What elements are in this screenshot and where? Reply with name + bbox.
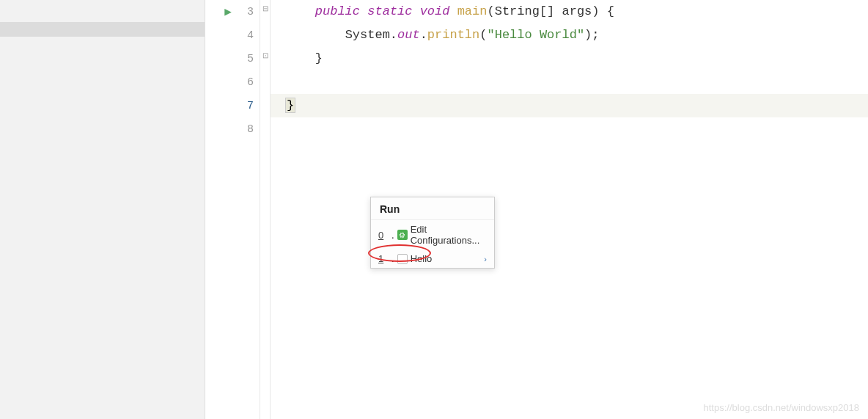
chevron-right-icon: › [484,255,487,263]
popup-title: Run [371,197,494,220]
gutter-line-4[interactable]: 4 [205,23,260,47]
popup-item-label: Edit Configurations... [411,224,487,246]
app-icon [397,254,408,264]
run-popup: Run 0. ⚙ Edit Configurations... 1. Hello… [370,197,495,269]
fold-column: ⊟ ⊡ [260,0,271,419]
fold-open-icon[interactable]: ⊟ [262,4,269,12]
code-line-3[interactable]: public static void main(String[] args) { [271,0,868,23]
popup-item-num: 1 [378,253,389,264]
gutter-line-5[interactable]: 5 [205,47,260,70]
popup-item-label: Hello [411,253,482,264]
gutter-line-8[interactable]: 8 [205,117,260,141]
code-line-8[interactable] [271,117,868,141]
sidebar-selected-item[interactable] [0,22,205,37]
project-sidebar[interactable] [0,0,205,419]
code-line-6[interactable] [271,70,868,94]
popup-item-hello[interactable]: 1. Hello › [371,249,494,268]
line-number-gutter: ▶ 3 4 5 6 7 8 [205,0,260,419]
code-line-4[interactable]: System.out.println("Hello World"); [271,23,868,47]
line-number: 8 [247,123,254,136]
popup-item-num: 0 [378,230,389,241]
gear-icon: ⚙ [397,230,408,240]
code-editor[interactable]: public static void main(String[] args) {… [271,0,868,419]
popup-item-edit-configurations[interactable]: 0. ⚙ Edit Configurations... [371,220,494,249]
line-number: 7 [247,100,254,112]
line-number: 4 [247,29,254,42]
line-number: 3 [247,6,254,18]
run-gutter-icon[interactable]: ▶ [224,4,232,19]
caret-position: } [285,98,295,113]
code-line-7[interactable]: } [271,94,868,117]
fold-close-icon[interactable]: ⊡ [262,51,269,59]
gutter-line-3[interactable]: ▶ 3 [205,0,260,23]
line-number: 5 [247,53,254,65]
code-line-5[interactable]: } [271,47,868,70]
line-number: 6 [247,76,254,89]
gutter-line-6[interactable]: 6 [205,70,260,94]
gutter-line-7[interactable]: 7 [205,94,260,117]
